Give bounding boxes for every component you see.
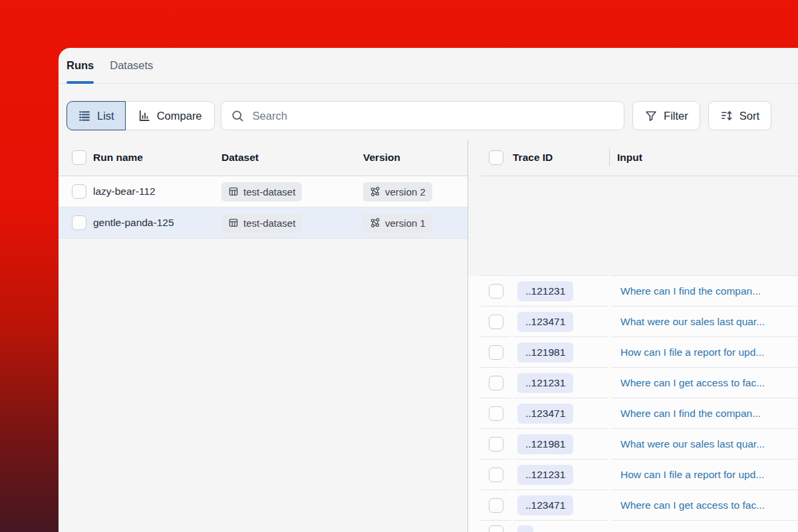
desktop-background: Runs Datasets List bbox=[0, 0, 798, 532]
compare-view-button[interactable]: Compare bbox=[126, 101, 215, 130]
dataset-badge-label: test-dataset bbox=[243, 217, 295, 229]
run-name: gentle-panda-125 bbox=[93, 217, 221, 229]
runs-table-header: Run name Dataset Version bbox=[59, 140, 467, 176]
dataset-table-icon bbox=[228, 186, 239, 197]
run-name: lazy-bear-112 bbox=[93, 186, 221, 198]
version-badge-label: version 2 bbox=[385, 186, 426, 198]
list-view-label: List bbox=[97, 110, 114, 122]
search-box bbox=[221, 101, 625, 130]
dataset-badge: test-dataset bbox=[221, 182, 302, 201]
select-all-traces-checkbox[interactable] bbox=[489, 150, 503, 165]
trace-row[interactable]: ..123471 Where can I get access to fac..… bbox=[468, 490, 798, 521]
tab-datasets[interactable]: Datasets bbox=[110, 48, 153, 83]
search-icon bbox=[231, 109, 245, 123]
run-checkbox[interactable] bbox=[72, 184, 86, 199]
trace-checkbox[interactable] bbox=[489, 284, 503, 299]
sort-icon bbox=[720, 109, 733, 122]
tab-datasets-label: Datasets bbox=[110, 59, 153, 72]
trace-row[interactable]: ..121981 How can I file a report for upd… bbox=[468, 337, 798, 368]
trace-input-link[interactable]: Where can I get access to fac... bbox=[620, 499, 765, 511]
trace-id-badge: ..121981 bbox=[517, 434, 573, 454]
column-separator bbox=[609, 149, 610, 166]
sort-button[interactable]: Sort bbox=[708, 101, 771, 130]
traces-empty-space bbox=[468, 176, 798, 276]
trace-checkbox[interactable] bbox=[489, 525, 503, 532]
dataset-badge-label: test-dataset bbox=[243, 186, 295, 198]
list-icon bbox=[78, 109, 91, 122]
compare-view-label: Compare bbox=[157, 110, 202, 122]
trace-checkbox[interactable] bbox=[489, 406, 503, 421]
trace-id-badge: ..121231 bbox=[517, 281, 573, 301]
trace-row[interactable]: ..123471 What were our sales last quar..… bbox=[468, 307, 798, 337]
content-area: Run name Dataset Version lazy-bear-112 t… bbox=[59, 140, 798, 532]
tab-runs[interactable]: Runs bbox=[66, 48, 94, 83]
version-graph-icon bbox=[370, 217, 380, 228]
trace-row[interactable]: ..121231 How can I file a report for upd… bbox=[468, 460, 798, 490]
search-input[interactable] bbox=[253, 110, 615, 122]
trace-row[interactable]: ..121231 Where can I get access to fac..… bbox=[468, 368, 798, 398]
trace-input-link[interactable]: What were our sales last quar... bbox=[620, 438, 765, 450]
version-graph-icon bbox=[370, 186, 380, 197]
version-badge-label: version 1 bbox=[385, 217, 426, 229]
trace-input-link[interactable]: Where can I get access to fac... bbox=[620, 377, 765, 389]
trace-id-badge bbox=[517, 525, 533, 532]
trace-id-badge: ..121981 bbox=[517, 342, 573, 362]
dataset-badge: test-dataset bbox=[221, 213, 302, 233]
select-all-runs-checkbox[interactable] bbox=[72, 150, 86, 165]
trace-checkbox[interactable] bbox=[489, 376, 503, 390]
trace-id-badge: ..121231 bbox=[517, 465, 573, 485]
trace-input-link[interactable]: How can I file a report for upd... bbox=[620, 346, 764, 358]
dataset-table-icon bbox=[228, 217, 239, 228]
active-tab-underline bbox=[66, 81, 94, 84]
trace-row[interactable]: ..123471 Where can I find the compan... bbox=[468, 398, 798, 429]
run-row[interactable]: lazy-bear-112 test-dataset bbox=[59, 176, 467, 207]
traces-table-header: Trace ID Input bbox=[468, 140, 798, 176]
runs-table: Run name Dataset Version lazy-bear-112 t… bbox=[59, 140, 467, 532]
trace-checkbox[interactable] bbox=[489, 498, 503, 513]
column-header-version: Version bbox=[363, 152, 467, 164]
trace-row[interactable]: ..121981 What were our sales last quar..… bbox=[468, 429, 798, 460]
version-badge: version 2 bbox=[363, 182, 432, 201]
trace-row[interactable]: ..121231 Where can I find the compan... bbox=[468, 276, 798, 307]
traces-table: Trace ID Input ..121231 Where can I find… bbox=[467, 140, 798, 532]
app-panel: Runs Datasets List bbox=[59, 48, 798, 532]
trace-checkbox[interactable] bbox=[489, 345, 503, 360]
view-toggle: List Compare bbox=[66, 101, 215, 130]
run-row[interactable]: gentle-panda-125 test-dataset bbox=[59, 207, 467, 239]
trace-checkbox[interactable] bbox=[489, 437, 503, 452]
trace-id-badge: ..121231 bbox=[517, 373, 573, 393]
sort-label: Sort bbox=[739, 110, 759, 122]
trace-input-link[interactable]: Where can I find the compan... bbox=[620, 285, 761, 297]
bar-chart-icon bbox=[138, 109, 151, 122]
column-header-run-name: Run name bbox=[93, 152, 221, 164]
toolbar: List Compare bbox=[59, 84, 798, 140]
trace-id-badge: ..123471 bbox=[517, 495, 573, 515]
trace-input-link[interactable]: How can I file a report for upd... bbox=[620, 469, 764, 481]
trace-row[interactable] bbox=[468, 521, 798, 532]
column-header-trace-id: Trace ID bbox=[513, 152, 553, 164]
version-badge: version 1 bbox=[363, 213, 432, 233]
column-header-dataset: Dataset bbox=[221, 152, 363, 164]
trace-input-link[interactable]: Where can I find the compan... bbox=[620, 408, 761, 420]
tab-bar: Runs Datasets bbox=[59, 48, 798, 84]
column-header-input: Input bbox=[608, 140, 798, 176]
filter-label: Filter bbox=[664, 110, 688, 122]
run-checkbox[interactable] bbox=[72, 215, 86, 230]
trace-id-badge: ..123471 bbox=[517, 312, 573, 332]
trace-checkbox[interactable] bbox=[489, 467, 503, 482]
list-view-button[interactable]: List bbox=[66, 101, 126, 130]
trace-input-link[interactable]: What were our sales last quar... bbox=[620, 316, 765, 328]
filter-funnel-icon bbox=[644, 109, 658, 122]
filter-button[interactable]: Filter bbox=[632, 101, 700, 130]
trace-id-badge: ..123471 bbox=[517, 404, 573, 424]
tab-runs-label: Runs bbox=[66, 59, 94, 72]
trace-checkbox[interactable] bbox=[489, 315, 503, 329]
